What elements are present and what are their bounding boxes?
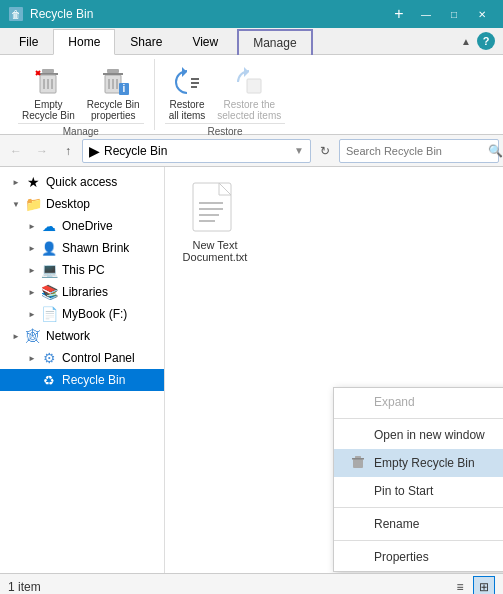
title-bar-icon: 🗑 <box>8 6 24 22</box>
restore-all-label: Restore all items <box>169 99 206 121</box>
svg-rect-19 <box>247 79 261 93</box>
sidebar-label-recycle-bin: Recycle Bin <box>62 373 125 387</box>
this-pc-icon: 💻 <box>40 261 58 279</box>
title-bar: 🗑 Recycle Bin + — □ ✕ <box>0 0 503 28</box>
desktop-icon: 📁 <box>24 195 42 213</box>
tab-manage[interactable]: Manage <box>237 29 312 55</box>
open-new-window-icon <box>350 427 366 443</box>
new-tab-button[interactable]: + <box>385 0 413 28</box>
tab-share[interactable]: Share <box>115 29 177 55</box>
sidebar-label-shawn-brink: Shawn Brink <box>62 241 129 255</box>
status-view-controls: ≡ ⊞ <box>449 576 495 595</box>
restore-all-icon <box>171 65 203 97</box>
search-icon: 🔍 <box>488 144 503 158</box>
manage-buttons: Empty Recycle Bin i Recycle Bin pro <box>18 59 144 123</box>
svg-rect-3 <box>42 69 54 73</box>
sidebar-item-recycle-bin[interactable]: ♻ Recycle Bin <box>0 369 164 391</box>
sidebar-item-onedrive[interactable]: ► ☁ OneDrive <box>0 215 164 237</box>
status-bar: 1 item ≡ ⊞ <box>0 573 503 594</box>
svg-rect-26 <box>352 458 364 460</box>
sidebar-item-shawn-brink[interactable]: ► 👤 Shawn Brink <box>0 237 164 259</box>
recycle-bin-expand-icon <box>24 372 40 388</box>
context-menu-open-new-window[interactable]: Open in new window <box>334 421 503 449</box>
sidebar-label-this-pc: This PC <box>62 263 105 277</box>
context-menu-sep1 <box>334 418 503 419</box>
restore-all-items-button[interactable]: Restore all items <box>165 63 210 123</box>
libraries-icon: 📚 <box>40 283 58 301</box>
tab-file[interactable]: File <box>4 29 53 55</box>
sidebar-item-mybook[interactable]: ► 📄 MyBook (F:) <box>0 303 164 325</box>
properties-icon <box>350 549 366 565</box>
sidebar-item-network[interactable]: ► 🕸 Network <box>0 325 164 347</box>
help-button[interactable]: ? <box>477 32 495 50</box>
recycle-bin-properties-icon: i <box>97 65 129 97</box>
sidebar-label-mybook: MyBook (F:) <box>62 307 127 321</box>
pin-to-start-icon <box>350 483 366 499</box>
address-path[interactable]: ▶ Recycle Bin ▼ <box>82 139 311 163</box>
svg-rect-9 <box>103 73 123 75</box>
recycle-bin-properties-button[interactable]: i Recycle Bin properties <box>83 63 144 123</box>
context-menu-expand-label: Expand <box>374 395 415 409</box>
quick-access-expand-icon: ► <box>8 174 24 190</box>
ribbon-help-area: ▲ ? <box>461 28 503 54</box>
quick-access-icon: ★ <box>24 173 42 191</box>
view-details-button[interactable]: ≡ <box>449 576 471 595</box>
sidebar-label-control-panel: Control Panel <box>62 351 135 365</box>
empty-recycle-bin-button[interactable]: Empty Recycle Bin <box>18 63 79 123</box>
search-input[interactable] <box>346 145 484 157</box>
sidebar-item-this-pc[interactable]: ► 💻 This PC <box>0 259 164 281</box>
sidebar-item-quick-access[interactable]: ► ★ Quick access <box>0 171 164 193</box>
minimize-button[interactable]: — <box>413 0 439 28</box>
view-tiles-button[interactable]: ⊞ <box>473 576 495 595</box>
up-button[interactable]: ↑ <box>56 139 80 163</box>
onedrive-expand-icon: ► <box>24 218 40 234</box>
shawn-brink-icon: 👤 <box>40 239 58 257</box>
ribbon-collapse-button[interactable]: ▲ <box>461 36 471 47</box>
file-new-text-document[interactable]: New Text Document.txt <box>175 177 255 267</box>
sidebar-item-desktop[interactable]: ▼ 📁 Desktop <box>0 193 164 215</box>
refresh-button[interactable]: ↻ <box>313 139 337 163</box>
empty-bin-context-icon <box>350 455 366 471</box>
context-menu: Expand Open in new window Empty Recycle … <box>333 387 503 572</box>
search-box[interactable]: 🔍 <box>339 139 499 163</box>
context-menu-rename[interactable]: Rename <box>334 510 503 538</box>
sidebar-item-control-panel[interactable]: ► ⚙ Control Panel <box>0 347 164 369</box>
recycle-bin-properties-label: Recycle Bin properties <box>87 99 140 121</box>
address-bar: ← → ↑ ▶ Recycle Bin ▼ ↻ 🔍 <box>0 135 503 167</box>
sidebar-item-libraries[interactable]: ► 📚 Libraries <box>0 281 164 303</box>
ribbon-content: Empty Recycle Bin i Recycle Bin pro <box>0 55 503 135</box>
expand-icon <box>350 394 366 410</box>
content-area: New Text Document.txt Expand Open in new… <box>165 167 503 573</box>
maximize-button[interactable]: □ <box>441 0 467 28</box>
context-menu-empty-recycle-bin[interactable]: Empty Recycle Bin <box>334 449 503 477</box>
context-menu-expand[interactable]: Expand <box>334 388 503 416</box>
network-expand-icon: ► <box>8 328 24 344</box>
sidebar: ► ★ Quick access ▼ 📁 Desktop ► ☁ OneDriv… <box>0 167 165 573</box>
context-menu-rename-label: Rename <box>374 517 419 531</box>
window-controls: — □ ✕ <box>413 0 495 28</box>
restore-group-label: Restore <box>165 123 286 137</box>
tab-view[interactable]: View <box>177 29 233 55</box>
context-menu-pin-to-start[interactable]: Pin to Start <box>334 477 503 505</box>
back-button[interactable]: ← <box>4 139 28 163</box>
svg-text:🗑: 🗑 <box>11 9 21 20</box>
tab-home[interactable]: Home <box>53 29 115 55</box>
manage-group-label: Manage <box>18 123 144 137</box>
context-menu-sep2 <box>334 507 503 508</box>
restore-selected-button[interactable]: Restore the selected items <box>213 63 285 123</box>
file-label: New Text Document.txt <box>183 239 248 263</box>
desktop-expand-icon: ▼ <box>8 196 24 212</box>
sidebar-label-libraries: Libraries <box>62 285 108 299</box>
address-path-icon: ▶ <box>89 143 100 159</box>
context-menu-properties-label: Properties <box>374 550 429 564</box>
close-button[interactable]: ✕ <box>469 0 495 28</box>
address-path-text: Recycle Bin <box>104 144 167 158</box>
status-item-count: 1 item <box>8 580 41 594</box>
context-menu-empty-recycle-bin-label: Empty Recycle Bin <box>374 456 475 470</box>
forward-button[interactable]: → <box>30 139 54 163</box>
ribbon-tabs: File Home Share View Manage ▲ ? <box>0 28 503 55</box>
shawn-brink-expand-icon: ► <box>24 240 40 256</box>
onedrive-icon: ☁ <box>40 217 58 235</box>
main-area: ► ★ Quick access ▼ 📁 Desktop ► ☁ OneDriv… <box>0 167 503 573</box>
context-menu-properties[interactable]: Properties <box>334 543 503 571</box>
